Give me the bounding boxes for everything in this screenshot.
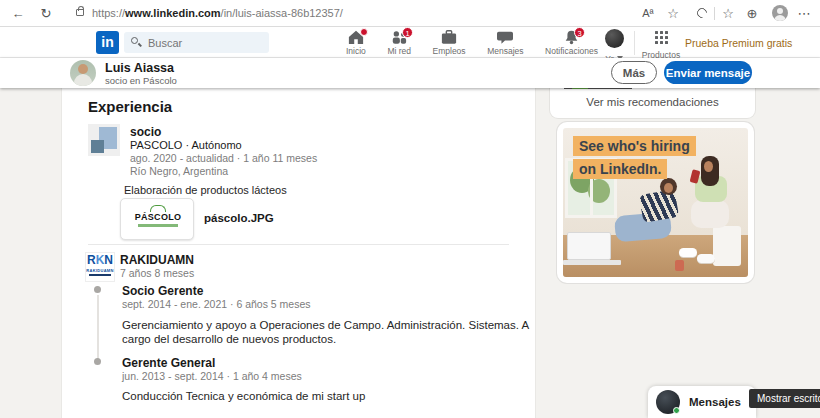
profile-headline: socio en Páscolo <box>105 75 177 86</box>
briefcase-icon <box>440 29 458 45</box>
view-recommendations-link[interactable]: Ver mis recomendaciones <box>550 96 755 108</box>
nav-label: Notificaciones <box>545 46 598 56</box>
role-dates: jun. 2013 - sept. 2014 · 1 año 4 meses <box>122 370 302 382</box>
experience-card: Experiencia socio PASCOLO · Autónomo ago… <box>62 88 535 418</box>
ad-laptop-base <box>563 260 621 265</box>
ad-cup <box>675 260 684 271</box>
me-avatar <box>605 29 624 48</box>
cow-sketch-icon <box>150 205 166 212</box>
favorites-icon[interactable]: ☆ <box>718 0 738 27</box>
search-input[interactable] <box>148 32 263 53</box>
ad-card: See who's hiring on LinkedIn. <box>557 122 754 283</box>
logo-shape <box>91 140 104 153</box>
profile-name: Luis Aiassa <box>105 61 174 75</box>
ad-figure-right-pants <box>691 200 729 228</box>
premium-trial-link[interactable]: Prueba Premium gratis <box>685 37 792 49</box>
timeline-dot <box>94 286 101 293</box>
linkedin-logo[interactable]: in <box>96 31 119 54</box>
show-desktop-tooltip: Mostrar escritorio <box>749 389 820 408</box>
ad-sneaker <box>697 254 715 263</box>
attachment-filename[interactable]: páscolo.JPG <box>204 212 274 224</box>
reload-icon[interactable]: ↻ <box>36 0 56 27</box>
url-scheme: https:// <box>92 7 125 19</box>
job-dates: ago. 2020 - actualidad · 1 año 11 meses <box>130 152 317 164</box>
browser-menu-icon[interactable]: ⋯ <box>794 0 814 27</box>
nav-label: Inicio <box>346 46 366 56</box>
search-box[interactable] <box>124 32 269 53</box>
add-favorite-icon[interactable]: ☆ <box>663 0 683 27</box>
role-dates: sept. 2014 - ene. 2021 · 6 años 5 meses <box>122 298 311 310</box>
profile-avatar[interactable] <box>70 60 96 86</box>
chat-icon <box>496 29 514 45</box>
pascolo-brand-logo: PÁSCOLO <box>129 205 187 227</box>
brand-text: PÁSCOLO <box>129 213 187 222</box>
linkedin-navbar: in Inicio 1 Mi red Empleos Mensajes <box>0 27 820 58</box>
nav-divider <box>634 31 635 55</box>
text-size-icon[interactable]: Aª <box>638 0 658 27</box>
section-title: Experiencia <box>88 98 172 115</box>
back-icon[interactable]: ← <box>8 0 28 27</box>
nav-item-mensajes[interactable]: Mensajes <box>487 27 523 58</box>
toolbar-divider <box>714 7 715 20</box>
timeline-dot <box>94 358 101 365</box>
recommendations-card: Ver mis recomendaciones <box>550 84 755 118</box>
company-name[interactable]: RAKIDUAMN <box>120 253 194 267</box>
collections-icon[interactable]: ⊕ <box>742 0 762 27</box>
timeline-line <box>97 295 99 361</box>
attachment-thumbnail[interactable]: PÁSCOLO <box>120 198 194 240</box>
search-icon <box>131 37 138 44</box>
online-status-dot <box>673 407 680 414</box>
nav-label: Mi red <box>387 46 411 56</box>
role-title[interactable]: Gerente General <box>122 356 215 370</box>
company-duration: 7 años 8 meses <box>120 267 194 279</box>
nav-item-inicio[interactable]: Inicio <box>346 27 366 58</box>
inicio-badge <box>360 28 368 36</box>
browser-toolbar: ← ↻ https://www.linkedin.com/in/luis-aia… <box>0 0 820 27</box>
logo-bar <box>89 274 111 276</box>
nav-items: Inicio 1 Mi red Empleos Mensajes 3 Notif… <box>346 27 598 58</box>
notificaciones-badge: 3 <box>574 27 585 38</box>
logo-subtext: RAKIDUAMN <box>86 268 114 273</box>
ad-sneaker <box>679 248 697 257</box>
messaging-dock[interactable]: Mensajes <box>648 386 756 418</box>
browser-profile-avatar[interactable] <box>772 5 788 21</box>
ad-laptop <box>567 232 611 260</box>
nav-item-mi-red[interactable]: 1 Mi red <box>387 27 411 58</box>
ad-figure-left-shirt <box>639 189 679 223</box>
role-description: Gerenciamiento y apoyo a Operaciones de … <box>122 318 534 346</box>
ad-headline-line2: on LinkedIn. <box>573 159 667 179</box>
ad-image[interactable]: See who's hiring on LinkedIn. <box>563 128 748 277</box>
role-title[interactable]: Socio Gerente <box>122 284 203 298</box>
grid-icon <box>655 31 668 44</box>
messaging-label: Mensajes <box>689 396 741 408</box>
url-path: /in/luis-aiassa-86b12357/ <box>221 7 343 19</box>
job-company: PASCOLO · Autónomo <box>130 139 242 151</box>
nav-item-notificaciones[interactable]: 3 Notificaciones <box>545 27 598 58</box>
pascolo-company-logo[interactable] <box>88 124 120 156</box>
role-description: Conducción Tecnica y económica de mi sta… <box>122 390 534 402</box>
browser-essentials-icon[interactable] <box>695 6 709 20</box>
rakiduamn-company-logo[interactable]: RKN RAKIDUAMN <box>85 252 115 282</box>
url-host: www.linkedin.com <box>125 7 221 19</box>
more-button[interactable]: Más <box>611 61 657 84</box>
entry-divider <box>88 244 509 245</box>
profile-sticky-header: Luis Aiassa socio en Páscolo Más Enviar … <box>0 58 820 88</box>
mi-red-badge: 1 <box>402 27 413 38</box>
job-description: Elaboración de productos lácteos <box>124 184 287 196</box>
ad-figure-left-face <box>664 183 673 193</box>
job-location: Río Negro, Argentina <box>130 165 228 177</box>
nav-item-empleos[interactable]: Empleos <box>433 27 466 58</box>
job-title[interactable]: socio <box>130 125 161 139</box>
ad-headline-line1: See who's hiring <box>573 136 696 156</box>
ad-figure-right-face <box>704 161 713 172</box>
logo-text: RKN <box>86 253 114 268</box>
address-bar[interactable]: https://www.linkedin.com/in/luis-aiassa-… <box>92 7 343 19</box>
send-message-button[interactable]: Enviar mensaje <box>664 61 752 84</box>
lock-icon[interactable] <box>76 9 84 16</box>
brand-tagline-bar <box>138 224 178 227</box>
nav-label: Mensajes <box>487 46 523 56</box>
ad-stool <box>713 226 741 266</box>
nav-label: Empleos <box>433 46 466 56</box>
